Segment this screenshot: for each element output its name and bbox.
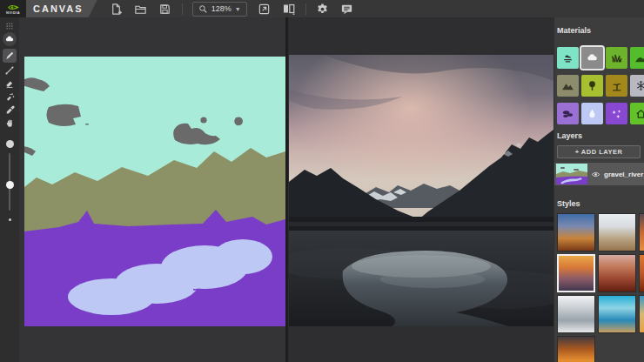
feedback-icon: [340, 3, 353, 16]
cloud-white-icon: [586, 51, 599, 64]
brush-size-slider-handle[interactable]: [6, 181, 14, 189]
layer-visibility-eye-icon[interactable]: [591, 170, 600, 179]
style-snow-mountain-thumbnail[interactable]: [557, 295, 595, 333]
open-file-button[interactable]: [134, 2, 148, 16]
toolbar-separator: [182, 3, 183, 15]
grass-icon: [610, 51, 623, 64]
top-toolbar: NVIDIA CANVAS 128% ▼: [0, 0, 644, 17]
eyedropper-tool[interactable]: [3, 104, 17, 116]
stones-icon: [561, 107, 574, 120]
zoom-caret-icon: ▼: [235, 6, 241, 12]
style-dusk-clipped-thumbnail[interactable]: [639, 213, 644, 251]
pan-tool[interactable]: [3, 117, 17, 129]
layer-thumbnail: [556, 164, 587, 184]
material-sand-swatch[interactable]: [606, 75, 627, 97]
view-mode-button[interactable]: [282, 2, 296, 16]
toolbar-separator: [305, 3, 306, 15]
split-view-icon: [282, 2, 296, 16]
hand-icon: [4, 117, 15, 128]
canvas-workspace: [19, 17, 554, 362]
material-eraser-tool[interactable]: [3, 90, 17, 103]
new-file-icon: [110, 3, 123, 16]
eraser-tool[interactable]: [3, 77, 17, 90]
material-river-swatch[interactable]: [581, 103, 603, 124]
save-file-button[interactable]: [158, 2, 172, 16]
gear-icon: [316, 3, 329, 16]
mountain-icon: [561, 79, 574, 92]
paint-tool[interactable]: [3, 49, 17, 63]
style-desert-buttes-thumbnail[interactable]: [557, 213, 595, 251]
sparkles-icon: [610, 107, 623, 120]
add-layer-button[interactable]: + ADD LAYER: [557, 145, 641, 158]
layer-row[interactable]: gravel_river: [554, 163, 644, 185]
style-sunset-clipped-thumbnail[interactable]: [639, 254, 644, 292]
materials-heading: Materials: [557, 17, 644, 35]
zoom-level-value: 128%: [211, 4, 231, 13]
fog-icon: [561, 51, 574, 64]
eraser-sparkle-icon: [4, 91, 15, 102]
style-sunset-fog-thumbnail[interactable]: [557, 254, 595, 292]
style-beach-thumbnail[interactable]: [598, 295, 636, 333]
brush-size-min-dot: [9, 218, 11, 221]
nvidia-logo: NVIDIA: [0, 0, 26, 17]
material-cloud-swatch[interactable]: [581, 47, 603, 69]
line-icon: [4, 65, 15, 76]
materials-grid: [557, 47, 644, 124]
zoom-control[interactable]: 128% ▼: [192, 2, 247, 17]
toolbar-grip[interactable]: [3, 22, 17, 30]
brush-size-max-dot: [6, 140, 14, 148]
style-canyon-clouds-thumbnail[interactable]: [598, 213, 636, 251]
material-grass-swatch[interactable]: [606, 47, 627, 69]
material-hill-swatch[interactable]: [630, 47, 644, 69]
feedback-button[interactable]: [340, 2, 354, 16]
render-pane: [288, 17, 554, 362]
droplet-icon: [586, 107, 599, 120]
layer-name: gravel_river: [604, 171, 643, 178]
material-fog-swatch[interactable]: [557, 47, 579, 69]
house-icon: [634, 107, 644, 120]
tree-icon: [586, 79, 599, 92]
new-file-button[interactable]: [110, 2, 124, 16]
tool-sidebar: [0, 17, 19, 362]
open-folder-icon: [134, 3, 147, 16]
material-snow-swatch[interactable]: [630, 75, 644, 97]
material-gravel-swatch[interactable]: [557, 103, 579, 124]
nvidia-wordmark: NVIDIA: [6, 11, 20, 15]
brush-icon: [4, 50, 15, 61]
current-material-preview[interactable]: [3, 32, 17, 46]
rendered-output-canvas: [289, 55, 553, 326]
save-icon: [158, 3, 171, 16]
material-house-swatch[interactable]: [630, 103, 644, 124]
snowflake-icon: [634, 79, 644, 92]
brush-size-slider[interactable]: [9, 153, 10, 211]
material-flower-swatch[interactable]: [606, 103, 627, 124]
style-tropic-clipped-thumbnail[interactable]: [639, 295, 644, 333]
cloud-white-icon: [4, 34, 15, 44]
style-ocean-sunset-thumbnail[interactable]: [557, 336, 595, 362]
tool-list: [0, 22, 19, 129]
fullscreen-button[interactable]: [258, 2, 272, 16]
expand-icon: [258, 3, 271, 16]
palm-icon: [610, 79, 623, 92]
hill-icon: [634, 51, 644, 64]
line-tool[interactable]: [3, 64, 17, 77]
style-red-rock-thumbnail[interactable]: [598, 254, 636, 292]
eyedropper-icon: [4, 104, 15, 115]
dots-grid-icon: [5, 22, 14, 30]
layers-heading: Layers: [557, 131, 644, 140]
styles-heading: Styles: [557, 199, 644, 208]
settings-button[interactable]: [316, 2, 330, 16]
app-title: CANVAS: [26, 0, 97, 17]
styles-grid: [557, 213, 644, 362]
material-tree-swatch[interactable]: [581, 75, 603, 97]
paint-pane: [19, 17, 285, 362]
segmentation-paint-canvas[interactable]: [24, 57, 285, 326]
right-panel: Materials Layers + ADD LAYER gravel_rive…: [554, 17, 644, 362]
magnifier-icon: [198, 4, 208, 14]
paint-stray-mark: [193, 289, 198, 291]
eraser-icon: [4, 78, 15, 89]
material-mountain-swatch[interactable]: [557, 75, 579, 97]
